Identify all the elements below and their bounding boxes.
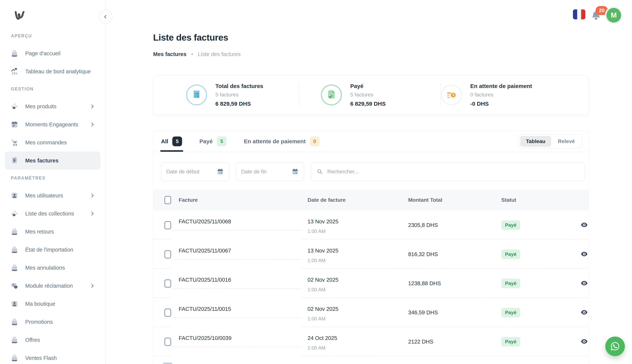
bag-icon	[10, 245, 19, 254]
calendar-icon[interactable]	[217, 168, 224, 176]
tab-label: All	[161, 138, 168, 144]
start-date-input[interactable]	[166, 169, 217, 175]
view-invoice-button[interactable]	[579, 210, 589, 240]
chat-icon	[10, 282, 19, 290]
column-header-statut[interactable]: Statut	[501, 197, 579, 203]
view-invoice-button[interactable]	[579, 269, 589, 298]
tab-count-badge: 5	[217, 136, 227, 146]
sidebar-item-page-d-accueil[interactable]: Page d'accueil	[5, 44, 101, 62]
invoice-number[interactable]: FACTU/2025/11/0068	[179, 210, 308, 240]
tab-paye[interactable]: Payé5	[199, 131, 227, 152]
tab-all[interactable]: All5	[161, 131, 182, 152]
row-checkbox[interactable]	[164, 338, 171, 346]
sidebar-item-label: Promotions	[25, 319, 95, 325]
notification-count-badge: 20	[595, 6, 608, 15]
sidebar-item-ma-boutique[interactable]: Ma boutique	[5, 295, 101, 313]
hanger-icon	[10, 209, 19, 218]
status-tabs: All5Payé5En attente de paiement0	[161, 131, 337, 152]
bag-icon	[10, 336, 19, 344]
sidebar-item-offres[interactable]: Offres	[5, 331, 101, 349]
doc-check-green-icon	[321, 84, 342, 106]
sidebar-item-mes-commandes[interactable]: Mes commandes	[5, 134, 101, 152]
tab-strip: All5Payé5En attente de paiement0 Tableau…	[154, 131, 588, 152]
invoice-number[interactable]: FACTU/2025/10/0039	[179, 327, 308, 356]
table-row: FACTU/2025/10/003924 Oct 20251:00 AM2122…	[154, 327, 588, 356]
calendar-icon	[10, 120, 19, 129]
row-checkbox[interactable]	[163, 362, 173, 364]
stat-paye: Payé5 factures6 829,59 DHS	[299, 76, 440, 114]
invoice-number[interactable]: FACTU/2025/11/0015	[179, 298, 308, 327]
svg-text:$: $	[13, 158, 16, 162]
stat-amount: 6 829,59 DHS	[350, 100, 386, 107]
select-all-checkbox[interactable]	[164, 196, 171, 204]
sidebar-item-label: Ventes Flash	[25, 355, 95, 361]
eye-icon	[580, 308, 588, 317]
view-toggle-tableau[interactable]: Tableau	[520, 136, 551, 147]
notifications-button[interactable]: 20	[591, 8, 603, 22]
sidebar-section-label: APERÇU	[0, 28, 105, 44]
brand-logo-icon[interactable]	[15, 10, 25, 22]
cart-icon	[10, 138, 19, 147]
invoices-table: Facture Date de facture Montant Total St…	[154, 190, 588, 364]
search-icon	[316, 168, 324, 176]
invoice-number[interactable]: FACTU/2025/11/0016	[179, 269, 308, 298]
sidebar-collapse-button[interactable]	[99, 10, 113, 24]
sidebar-item-promotions[interactable]: Promotions	[5, 313, 101, 331]
sidebar-item-liste-des-collections[interactable]: Liste des collections	[5, 204, 101, 222]
stat-count: 5 factures	[215, 92, 263, 98]
chevron-right-icon	[90, 283, 95, 288]
calendar-icon[interactable]	[291, 168, 299, 176]
whatsapp-icon	[610, 341, 620, 352]
end-date-field[interactable]	[236, 162, 304, 181]
sidebar-item-mes-utilisateurs[interactable]: Mes utilisateurs	[5, 186, 101, 204]
filter-row	[154, 152, 588, 181]
bag-icon	[10, 354, 19, 362]
view-invoice-button[interactable]	[579, 240, 589, 269]
invoice-number[interactable]: FACTU/2025/11/0067	[179, 240, 308, 269]
table-header: Facture Date de facture Montant Total St…	[154, 190, 588, 210]
invoice-date: 02 Nov 2025	[308, 306, 408, 312]
column-header-date[interactable]: Date de facture	[308, 197, 408, 203]
row-checkbox[interactable]	[164, 308, 171, 317]
stat-en-attente-de-paiement: En attente de paiement0 factures-0 DHS	[441, 76, 532, 114]
whatsapp-button[interactable]	[605, 336, 625, 356]
language-flag-icon[interactable]	[573, 10, 585, 19]
end-date-input[interactable]	[241, 169, 291, 175]
sidebar-section-label: PARAMÈTRES	[0, 170, 105, 186]
view-invoice-button[interactable]	[579, 327, 589, 356]
sidebar-item-label: Mes commandes	[25, 140, 95, 146]
view-toggle-releve[interactable]: Relevé	[552, 136, 580, 147]
row-checkbox[interactable]	[164, 280, 171, 288]
breadcrumb-parent[interactable]: Mes factures	[153, 51, 186, 57]
user-avatar[interactable]: M	[606, 8, 621, 22]
search-input[interactable]	[327, 169, 580, 175]
sidebar-item-ventes-flash[interactable]: Ventes Flash	[5, 349, 101, 364]
user-icon	[10, 191, 19, 200]
status-badge: Payé	[501, 250, 520, 259]
chevron-right-icon	[90, 122, 95, 127]
sidebar-item-mes-produits[interactable]: Mes produits	[5, 98, 101, 116]
row-checkbox[interactable]	[164, 250, 171, 258]
bag-icon	[10, 318, 19, 326]
avatar-initial: M	[611, 11, 617, 19]
sidebar-item-moments-engageants[interactable]: Moments Engageants	[5, 116, 101, 134]
row-checkbox[interactable]	[164, 221, 171, 230]
sidebar-item-label: Offres	[25, 337, 95, 343]
app-root: APERÇUPage d'accueilTableau de bord anal…	[0, 0, 632, 364]
sidebar-item-tableau-de-bord-analytique[interactable]: Tableau de bord analytique	[5, 62, 101, 80]
start-date-field[interactable]	[161, 162, 229, 181]
invoice-time: 1:00 AM	[308, 258, 408, 264]
invoice-date: 13 Nov 2025	[308, 218, 408, 225]
sidebar-item-mes-annulations[interactable]: Mes annulations	[5, 259, 101, 277]
sidebar-item-mes-retours[interactable]: Mes retours	[5, 222, 101, 241]
tab-en-attente-de-paiement[interactable]: En attente de paiement0	[244, 131, 319, 152]
column-header-montant[interactable]: Montant Total	[408, 197, 501, 203]
receipt-icon: $	[10, 156, 19, 165]
column-header-facture[interactable]: Facture	[179, 197, 308, 203]
sidebar-item-module-reclamation[interactable]: Module réclamation	[5, 277, 101, 295]
sidebar-item-mes-factures[interactable]: $Mes factures	[5, 152, 101, 170]
search-field[interactable]	[311, 162, 585, 181]
invoice-amount: 816,32 DHS	[408, 240, 501, 269]
sidebar-item-etat-de-l-importation[interactable]: État de l'importation	[5, 241, 101, 259]
view-invoice-button[interactable]	[579, 298, 589, 327]
